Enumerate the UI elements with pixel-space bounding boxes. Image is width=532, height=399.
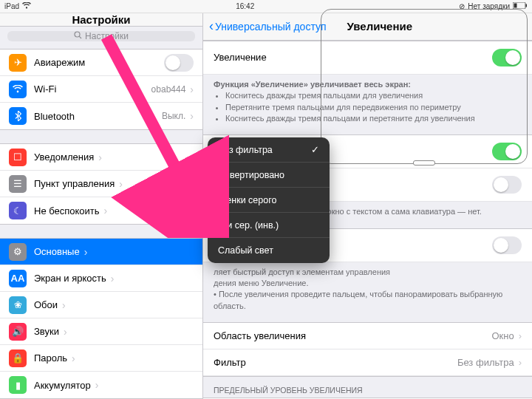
time-label: 16:42 [236,2,254,10]
moon-icon: ☾ [9,202,27,219]
sidebar-item-wallpaper[interactable]: ❀ Обои › [0,292,202,318]
sidebar-item-label: Экран и яркость [34,273,106,284]
wallpaper-icon: ❀ [9,296,27,314]
sidebar-item-label: Аккумулятор [34,380,91,391]
back-label: Универсальный доступ [215,21,327,33]
sidebar-group-connectivity: ✈ Авиарежим Wi-Fi obab444 › Bluetooth Вы… [0,49,202,130]
lock-icon: 🔒 [9,349,27,367]
sidebar-item-bluetooth[interactable]: Bluetooth Выкл. › [0,103,202,129]
row-value: Без фильтра [457,357,514,368]
zoom-toggle[interactable] [492,49,522,66]
sidebar-item-label: Не беспокоить [34,205,100,216]
chevron-right-icon: › [84,246,88,258]
sidebar-item-value: obab444 [151,84,186,95]
zoom-options-group: Область увеличения Окно › Фильтр Без фил… [203,322,532,377]
sidebar-item-control-center[interactable]: ☰ Пункт управления › [0,171,202,197]
sidebar-item-battery[interactable]: ▮ Аккумулятор › [0,372,202,398]
sidebar-item-label: Основные [34,246,80,257]
row-label: Фильтр [214,357,246,368]
chevron-right-icon: › [519,357,522,368]
search-icon [74,31,82,41]
sidebar-item-label: Уведомления [34,151,94,163]
sidebar-title: Настройки [72,13,130,26]
option-label: Слабый свет [218,245,273,256]
airplane-icon: ✈ [9,54,27,72]
sidebar-item-label: Обои [34,299,58,310]
filter-option-none[interactable]: Без фильтра ✓ [208,137,330,163]
zoom-region-row[interactable]: Область увеличения Окно › [203,323,532,349]
search-placeholder: Настройки [85,31,129,41]
follow-toggle[interactable] [492,143,522,160]
row-value: Окно [491,330,514,341]
battery-label: Нет зарядки [468,2,510,10]
notifications-icon: ☐ [9,149,27,166]
option-label: ттенки серого [218,195,276,205]
chevron-right-icon: › [98,151,102,163]
max-zoom-header: ПРЕДЕЛЬНЫЙ УРОВЕНЬ УВЕЛИЧЕНИЯ [203,377,532,398]
sidebar-item-display[interactable]: AA Экран и яркость › [0,265,202,292]
option-label: нки сер. (инв.) [218,220,279,231]
sidebar-item-label: Пункт управления [34,178,115,189]
smart-typing-toggle[interactable] [492,176,522,194]
sidebar-item-label: Wi-Fi [34,83,56,95]
svg-rect-1 [514,4,516,8]
zoom-toggle-row[interactable]: Увеличение [203,41,532,75]
detail-header: ‹ Универсальный доступ Увеличение [203,13,532,41]
filter-option-grayscale[interactable]: ттенки серого [208,188,330,213]
chevron-right-icon: › [72,352,75,364]
wifi-icon [22,2,31,10]
filter-option-gray-inv[interactable]: нки сер. (инв.) [208,213,330,238]
chevron-right-icon: › [190,83,194,95]
sidebar-item-dnd[interactable]: ☾ Не беспокоить › [0,197,202,224]
row-label: Увеличение [214,52,267,63]
battery-not-charging-icon: ⊘ [459,2,465,10]
row-label: Область увеличения [214,330,306,341]
option-label: Без фильтра [218,145,273,155]
sidebar-item-notifications[interactable]: ☐ Уведомления › [0,144,202,171]
svg-point-3 [75,32,80,37]
sidebar-item-wifi[interactable]: Wi-Fi obab444 › [0,76,202,103]
controller-note: ляет быстрый доступ к элементам управлен… [203,262,532,323]
chevron-right-icon: › [95,379,99,391]
filter-option-inverted[interactable]: Инвертировано [208,163,330,188]
intro-line: Коснитесь дважды тремя пальцами и перетя… [225,113,522,124]
chevron-right-icon: › [111,273,115,284]
chevron-right-icon: › [64,326,67,338]
chevron-right-icon: › [119,178,123,190]
sidebar-item-sounds[interactable]: 🔊 Звуки › [0,318,202,345]
chevron-right-icon: › [62,299,66,311]
sidebar-item-general[interactable]: ⚙ Основные › [0,239,202,265]
check-icon: ✓ [311,144,319,155]
sidebar-item-label: Bluetooth [34,111,75,122]
sidebar-item-passcode[interactable]: 🔒 Пароль › [0,345,202,372]
sidebar-header: Настройки [0,13,202,27]
sidebar-item-airplane[interactable]: ✈ Авиарежим [0,50,202,76]
device-label: iPad [4,2,19,10]
filter-popover: Без фильтра ✓ Инвертировано ттенки серог… [208,137,330,263]
intro-line: Коснитесь дважды тремя пальцами для увел… [225,90,522,101]
chevron-right-icon: › [104,205,108,216]
gear-icon: ⚙ [9,243,27,261]
back-button[interactable]: ‹ Универсальный доступ [203,18,332,34]
chevron-right-icon: › [190,110,194,122]
filter-option-lowlight[interactable]: Слабый свет [208,238,330,263]
sidebar-group-general: ⚙ Основные › AA Экран и яркость › ❀ Обои… [0,238,202,399]
zoom-intro: Функция «Увеличение» увеличивает весь эк… [203,75,532,135]
wifi-icon [9,81,27,98]
intro-heading: Функция «Увеличение» увеличивает весь эк… [214,80,411,89]
airplane-toggle[interactable] [164,54,194,72]
controller-toggle[interactable] [492,236,522,254]
battery-icon: ▮ [9,376,27,394]
search-input[interactable]: Настройки [7,31,195,41]
sidebar-item-value: Выкл. [162,111,185,121]
control-center-icon: ☰ [9,175,27,193]
settings-sidebar: Настройки Настройки ✈ Авиарежим Wi-Fi ob… [0,13,203,399]
zoom-filter-row[interactable]: Фильтр Без фильтра › [203,349,532,376]
status-bar: iPad 16:42 ⊘ Нет зарядки [0,0,532,13]
sidebar-item-label: Пароль [34,352,67,364]
bluetooth-icon [9,107,27,125]
sidebar-item-label: Звуки [34,326,59,337]
chevron-right-icon: › [519,330,522,341]
sound-icon: 🔊 [9,323,27,341]
sidebar-item-label: Авиарежим [34,57,85,68]
